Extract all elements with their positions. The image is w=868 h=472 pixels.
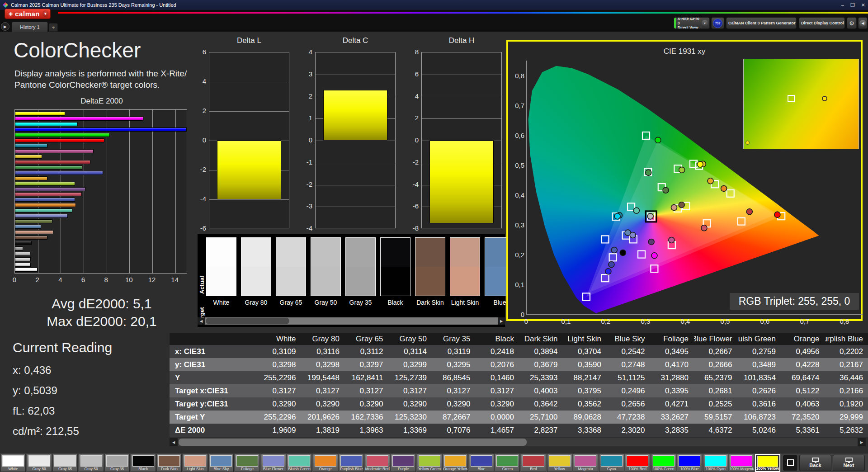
deltae-bar-blue-sky (15, 225, 41, 229)
bar-shine (15, 182, 75, 185)
next-button[interactable]: Next (833, 455, 865, 471)
palette-tile-foliage[interactable]: Foliage (235, 454, 260, 472)
gridline (316, 75, 395, 75)
palette-tile-label: Moderate Red (365, 467, 390, 471)
palette-tile-100-blue[interactable]: 100% Blue (677, 454, 702, 472)
pattern-window-button[interactable] (783, 455, 798, 471)
palette-tile-100-red[interactable]: 100% Red (625, 454, 650, 472)
swatch-scrollbar-thumb[interactable] (206, 318, 289, 324)
swatch-scroll-right-button[interactable]: ▶ (498, 317, 505, 325)
table-cell: 0,2418 (476, 345, 520, 358)
palette-tile-red[interactable]: Red (521, 454, 546, 472)
palette-tile-100-magenta[interactable]: 100% Magenta (729, 454, 754, 472)
measurement-purplish-blue (611, 247, 617, 253)
palette-tile-purplish-blue[interactable]: Purplish Blue (339, 454, 364, 472)
table-cell: 3,2835 (651, 424, 694, 437)
deltae-bar-black (15, 241, 32, 245)
window-title: Calman 2025 Calman Ultimate for Business… (11, 2, 176, 8)
back-button[interactable]: Back (799, 455, 831, 471)
swatch-scrollbar[interactable] (205, 317, 498, 325)
deltae-bar-moderate-red (15, 192, 82, 196)
palette-tile-blue-sky[interactable]: Blue Sky (208, 454, 234, 472)
table-cell: 0,3127 (432, 384, 476, 397)
gridline (129, 110, 130, 273)
palette-tile-100-cyan[interactable]: 100% Cyan (703, 454, 728, 472)
table-scroll-left-button[interactable]: ◀ (170, 438, 178, 446)
cie-chart-title: CIE 1931 xy (508, 47, 861, 56)
gridline (422, 75, 501, 75)
settings-gear-button[interactable]: ⚙ (847, 17, 857, 29)
palette-tile-label: Gray 50 (79, 467, 104, 471)
swatch-name: Gray 35 (343, 299, 378, 306)
palette-tile-light-skin[interactable]: Light Skin (183, 454, 208, 472)
y-tick-label: -2 (300, 180, 312, 188)
palette-tile-orange[interactable]: Orange (313, 454, 338, 472)
table-cell: 0,3290 (476, 397, 520, 411)
meter-mode: Direct View (678, 25, 702, 29)
palette-tile-label: Foliage (235, 467, 259, 471)
meter-name: X-Rite i1Pro 3 (678, 17, 702, 25)
swatch-scroll-left-button[interactable]: ◀ (198, 317, 205, 325)
palette-tile-yellow-green[interactable]: Yellow Green (417, 454, 442, 472)
x-tick-label: 2 (33, 276, 42, 283)
calman-diamond-icon: ◈ (9, 11, 14, 17)
y-tick-label: 3 (300, 70, 312, 78)
tab-history-1[interactable]: History 1 (12, 22, 48, 32)
palette-tile-100-yellow[interactable]: 100% Yellow (755, 454, 780, 472)
table-row-target-x-cie31: Target x:CIE310,31270,31270,31270,31270,… (170, 384, 868, 397)
bar-shine (15, 241, 31, 245)
palette-tile-gray-65[interactable]: Gray 65 (52, 454, 78, 472)
gridline (316, 185, 395, 185)
pattern-generator-dropdown[interactable]: CalMAN Client 3 Pattern Generator ▼ (726, 17, 797, 29)
palette-tile-purple[interactable]: Purple (391, 454, 416, 472)
history-expand-button[interactable]: ▶ (1, 22, 9, 31)
tab-add-button[interactable]: + (49, 23, 58, 32)
palette-tile-label: Green (495, 467, 519, 471)
palette-tile-orange-yellow[interactable]: Orange Yellow (443, 454, 468, 472)
palette-tile-cyan[interactable]: Cyan (599, 454, 624, 472)
collapse-panel-button[interactable]: ◀ (858, 17, 868, 29)
meter-dropdown[interactable]: X-Rite i1Pro 3 Direct View ▼ (674, 17, 710, 29)
table-cell: 1,3963 (345, 424, 389, 437)
meter-badge-button[interactable]: 707 (711, 17, 724, 29)
palette-tile-moderate-red[interactable]: Moderate Red (365, 454, 390, 472)
display-control-dropdown[interactable]: Direct Display Control ▼ (799, 17, 845, 29)
table-cell: 2,8237 (519, 424, 563, 437)
maximize-button[interactable]: ❐ (850, 2, 855, 8)
palette-chip (158, 455, 180, 467)
palette-tile-black[interactable]: Black (131, 454, 156, 472)
pattern-window-icon (787, 459, 794, 466)
table-scrollbar-thumb[interactable] (179, 439, 527, 446)
palette-tile-100-green[interactable]: 100% Green (651, 454, 676, 472)
palette-tile-green[interactable]: Green (495, 454, 520, 472)
y-tick-label: 0 (193, 136, 206, 144)
cie-y-tick: 0,2 (511, 251, 524, 259)
palette-tile-magenta[interactable]: Magenta (573, 454, 598, 472)
table-scroll-right-button[interactable]: ▶ (858, 438, 866, 446)
palette-tile-dark-skin[interactable]: Dark Skin (156, 454, 182, 472)
table-cell: 0,2525 (694, 397, 738, 411)
table-cell: 0,4271 (651, 397, 694, 411)
palette-tile-yellow[interactable]: Yellow (547, 454, 572, 472)
y-tick-label: -4 (406, 180, 419, 188)
palette-tile-blue-flower[interactable]: Blue Flower (261, 454, 286, 472)
palette-chip (627, 455, 648, 467)
table-row-target-y: Target Y255,2296201,9626162,7336125,3230… (170, 411, 868, 424)
close-button[interactable]: ✕ (861, 2, 865, 8)
swatch-target (381, 267, 410, 296)
table-cell: 0,3290 (258, 397, 302, 411)
palette-tile-label: Black (131, 467, 156, 471)
minimize-button[interactable]: – (841, 2, 844, 8)
palette-tile-gray-35[interactable]: Gray 35 (104, 454, 130, 472)
calman-menu-button[interactable]: ◈ calman ▼ (5, 9, 51, 19)
palette-tile-gray-80[interactable]: Gray 80 (27, 454, 52, 472)
palette-chip (54, 455, 76, 467)
palette-tile-bluish-green[interactable]: Bluish Green (287, 454, 312, 472)
table-scrollbar[interactable] (178, 438, 858, 446)
palette-tile-gray-50[interactable]: Gray 50 (79, 454, 104, 472)
table-cell: 0,3299 (389, 358, 433, 371)
deltae-chart-plot (14, 109, 187, 274)
palette-tile-white[interactable]: White (0, 454, 26, 472)
palette-tile-blue[interactable]: Blue (469, 454, 494, 472)
table-cell: 0,2542 (607, 345, 651, 358)
